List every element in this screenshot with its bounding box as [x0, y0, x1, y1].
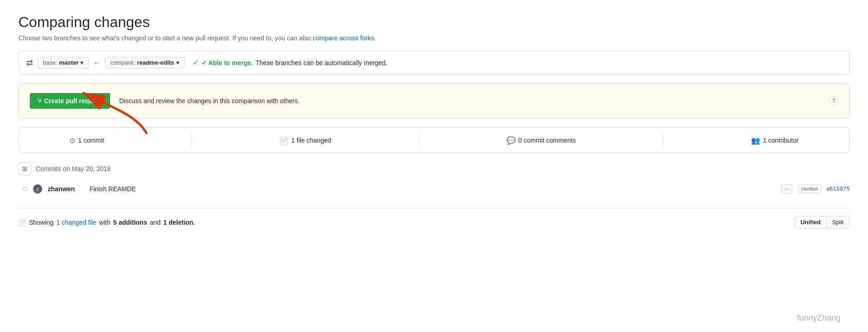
commit-verified-badge: Verified: [798, 185, 821, 193]
base-branch-name: master: [59, 59, 79, 66]
merge-status-text: ✓ Able to merge.: [201, 59, 253, 66]
comments-stat: 💬 0 commit comments: [506, 136, 576, 145]
deletions-text: 1 deletion.: [163, 219, 195, 226]
git-compare-icon: ⇄: [26, 58, 33, 68]
compare-chevron-icon: ▾: [176, 59, 179, 66]
view-toggle: Unified Split: [795, 216, 850, 228]
compare-across-forks-link[interactable]: compare across forks.: [313, 34, 376, 42]
contributors-icon: 👥: [751, 136, 760, 145]
files-label: 1 file changed: [291, 137, 331, 144]
annotation-wrapper: ⑂ Create pull request Discuss and review…: [18, 83, 850, 118]
create-pr-box: ⑂ Create pull request Discuss and review…: [18, 83, 850, 118]
commits-label: 1 commit: [78, 137, 104, 144]
additions-text: 5 additions: [113, 219, 147, 226]
page-subtitle: Choose two branches to see what's change…: [18, 34, 850, 42]
check-icon: ✓: [193, 58, 199, 67]
stats-divider-3: [663, 133, 663, 147]
compare-label: compare:: [110, 59, 135, 66]
create-pr-label: Create pull request: [44, 97, 102, 105]
split-view-button[interactable]: Split: [826, 216, 850, 228]
stats-divider-1: [191, 133, 192, 147]
create-pull-request-button[interactable]: ⑂ Create pull request: [30, 93, 110, 109]
help-icon[interactable]: ?: [829, 96, 838, 105]
commits-header: ⊞ Commits on May 20, 2018: [18, 162, 850, 175]
compare-branch-name: readme-edits: [137, 59, 174, 66]
contributors-label: 1 contributor: [763, 137, 799, 144]
base-label: base:: [43, 59, 57, 66]
and-text: and: [150, 219, 161, 226]
commits-icon: ⊙: [69, 136, 75, 145]
file-summary: 📄 Showing 1 changed file with 5 addition…: [18, 208, 850, 228]
merge-description-text: These branches can be automatically merg…: [256, 59, 387, 66]
commit-message: Finish REAMDE: [89, 185, 776, 193]
pr-description: Discuss and review the changes in this c…: [119, 97, 300, 105]
changed-file-link[interactable]: 1 changed file: [56, 219, 96, 226]
commit-row: z zhanwen Finish REAMDE ··· Verified e61…: [23, 181, 850, 197]
commit-author-link[interactable]: zhanwen: [48, 185, 75, 193]
with-text: with: [99, 219, 111, 226]
merge-status: ✓ ✓ Able to merge. These branches can be…: [193, 58, 388, 67]
contributors-stat: 👥 1 contributor: [751, 136, 799, 145]
stats-bar: ⊙ 1 commit 📄 1 file changed 💬 0 commit c…: [18, 127, 850, 153]
files-icon: 📄: [279, 136, 289, 145]
comments-label: 0 commit comments: [518, 137, 576, 144]
commit-more-button[interactable]: ···: [781, 184, 792, 194]
page-title: Comparing changes: [18, 14, 850, 31]
files-stat: 📄 1 file changed: [279, 136, 331, 145]
commits-date-header: Commits on May 20, 2018: [36, 165, 111, 172]
pr-icon: ⑂: [38, 97, 41, 105]
compare-branch-button[interactable]: compare: readme-edits ▾: [105, 57, 184, 68]
direction-arrow-icon: ←: [93, 59, 100, 67]
base-chevron-icon: ▾: [80, 59, 83, 66]
stats-divider-2: [418, 133, 419, 147]
base-branch-button[interactable]: base: master ▾: [38, 57, 89, 68]
compare-bar: ⇄ base: master ▾ ← compare: readme-edits…: [18, 51, 850, 74]
subtitle-text: Choose two branches to see what's change…: [18, 34, 311, 42]
commit-dot: [23, 187, 28, 191]
commits-stat: ⊙ 1 commit: [69, 136, 104, 145]
commit-avatar: z: [33, 184, 42, 194]
comments-icon: 💬: [506, 136, 516, 145]
file-summary-text: 📄 Showing 1 changed file with 5 addition…: [18, 219, 195, 226]
unified-view-button[interactable]: Unified: [795, 216, 827, 228]
file-diff-icon: 📄: [18, 219, 26, 226]
showing-text: Showing: [29, 219, 54, 226]
commits-section-icon: ⊞: [18, 162, 31, 175]
commit-sha-link[interactable]: e615075: [826, 186, 850, 192]
